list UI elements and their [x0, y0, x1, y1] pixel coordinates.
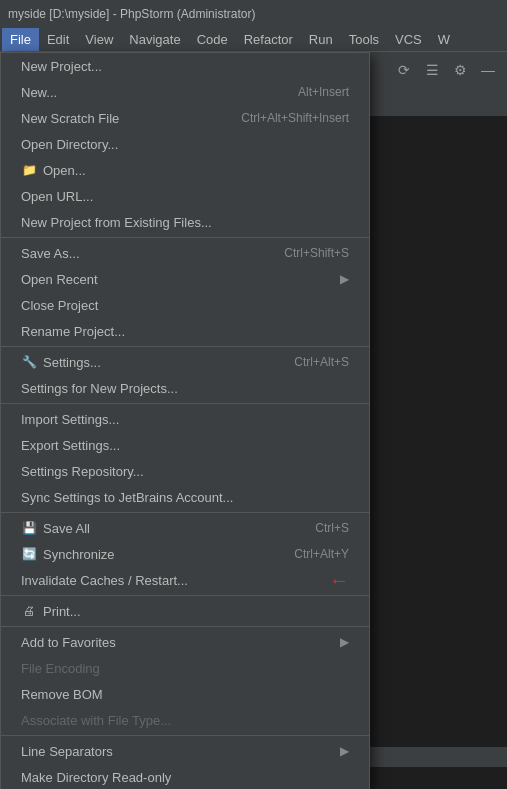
menu-item-open-dir[interactable]: Open Directory... [1, 131, 369, 157]
menu-item-label-export-settings: Export Settings... [21, 438, 120, 453]
menu-item-arrow-open-recent: ▶ [340, 272, 349, 286]
menu-item-save-as[interactable]: Save As...Ctrl+Shift+S [1, 240, 369, 266]
menu-item-label-new-project: New Project... [21, 59, 102, 74]
menu-item-icon-synchronize: 🔄 [21, 547, 37, 561]
menu-bar-item-view[interactable]: View [77, 28, 121, 51]
menu-item-sync-settings[interactable]: Sync Settings to JetBrains Account... [1, 484, 369, 510]
menu-item-open[interactable]: 📁Open... [1, 157, 369, 183]
menu-separator [1, 512, 369, 513]
menu-item-shortcut-new: Alt+Insert [298, 85, 349, 99]
menu-separator [1, 237, 369, 238]
menu-item-icon-settings: 🔧 [21, 355, 37, 369]
menu-item-associate-file-type: Associate with File Type... [1, 707, 369, 733]
menu-item-save-all[interactable]: 💾Save AllCtrl+S [1, 515, 369, 541]
toolbar-icon-minimize[interactable]: — [477, 59, 499, 81]
menu-item-label-invalidate-caches: Invalidate Caches / Restart... [21, 573, 188, 588]
menu-item-label-save-as: Save As... [21, 246, 80, 261]
menu-item-remove-bom[interactable]: Remove BOM [1, 681, 369, 707]
menu-item-import-settings[interactable]: Import Settings... [1, 406, 369, 432]
menu-item-label-open-dir: Open Directory... [21, 137, 118, 152]
menu-separator [1, 403, 369, 404]
menu-item-label-remove-bom: Remove BOM [21, 687, 103, 702]
menu-separator [1, 595, 369, 596]
menu-item-shortcut-save-as: Ctrl+Shift+S [284, 246, 349, 260]
toolbar-icon-refresh[interactable]: ⟳ [393, 59, 415, 81]
toolbar-icon-list[interactable]: ☰ [421, 59, 443, 81]
menu-bar-item-w[interactable]: W [430, 28, 458, 51]
menu-bar-item-navigate[interactable]: Navigate [121, 28, 188, 51]
menu-item-new[interactable]: New...Alt+Insert [1, 79, 369, 105]
menu-bar-item-edit[interactable]: Edit [39, 28, 77, 51]
menu-item-label-new-from-existing: New Project from Existing Files... [21, 215, 212, 230]
menu-item-settings-new-projects[interactable]: Settings for New Projects... [1, 375, 369, 401]
menu-item-label-import-settings: Import Settings... [21, 412, 119, 427]
menu-item-new-scratch[interactable]: New Scratch FileCtrl+Alt+Shift+Insert [1, 105, 369, 131]
menu-item-label-open: 📁Open... [21, 163, 86, 178]
menu-item-label-rename-project: Rename Project... [21, 324, 125, 339]
menu-bar-item-refactor[interactable]: Refactor [236, 28, 301, 51]
menu-item-label-save-all: 💾Save All [21, 521, 90, 536]
menu-item-print[interactable]: 🖨Print... [1, 598, 369, 624]
menu-bar: FileEditViewNavigateCodeRefactorRunTools… [0, 28, 507, 52]
menu-item-icon-print: 🖨 [21, 604, 37, 618]
menu-item-new-from-existing[interactable]: New Project from Existing Files... [1, 209, 369, 235]
menu-item-settings[interactable]: 🔧Settings...Ctrl+Alt+S [1, 349, 369, 375]
menu-item-shortcut-save-all: Ctrl+S [315, 521, 349, 535]
red-arrow-indicator: ← [329, 569, 349, 592]
menu-item-icon-save-all: 💾 [21, 521, 37, 535]
toolbar-icon-settings[interactable]: ⚙ [449, 59, 471, 81]
menu-item-file-encoding: File Encoding [1, 655, 369, 681]
menu-item-invalidate-caches[interactable]: Invalidate Caches / Restart...← [1, 567, 369, 593]
menu-item-export-settings[interactable]: Export Settings... [1, 432, 369, 458]
menu-bar-item-file[interactable]: File [2, 28, 39, 51]
menu-bar-item-tools[interactable]: Tools [341, 28, 387, 51]
menu-item-synchronize[interactable]: 🔄SynchronizeCtrl+Alt+Y [1, 541, 369, 567]
menu-item-shortcut-new-scratch: Ctrl+Alt+Shift+Insert [241, 111, 349, 125]
menu-item-label-associate-file-type: Associate with File Type... [21, 713, 171, 728]
menu-item-label-add-to-favorites: Add to Favorites [21, 635, 116, 650]
menu-item-label-open-url: Open URL... [21, 189, 93, 204]
file-dropdown-menu: New Project...New...Alt+InsertNew Scratc… [0, 52, 370, 789]
menu-item-label-settings: 🔧Settings... [21, 355, 101, 370]
menu-item-line-separators[interactable]: Line Separators▶ [1, 738, 369, 764]
menu-item-make-dir-readonly[interactable]: Make Directory Read-only [1, 764, 369, 789]
menu-separator [1, 735, 369, 736]
menu-item-new-project[interactable]: New Project... [1, 53, 369, 79]
menu-bar-item-run[interactable]: Run [301, 28, 341, 51]
menu-item-arrow-add-to-favorites: ▶ [340, 635, 349, 649]
menu-item-rename-project[interactable]: Rename Project... [1, 318, 369, 344]
menu-item-label-sync-settings: Sync Settings to JetBrains Account... [21, 490, 233, 505]
menu-item-add-to-favorites[interactable]: Add to Favorites▶ [1, 629, 369, 655]
menu-item-label-new: New... [21, 85, 57, 100]
menu-item-label-synchronize: 🔄Synchronize [21, 547, 115, 562]
menu-item-close-project[interactable]: Close Project [1, 292, 369, 318]
menu-item-shortcut-settings: Ctrl+Alt+S [294, 355, 349, 369]
menu-item-label-make-dir-readonly: Make Directory Read-only [21, 770, 171, 785]
menu-item-arrow-line-separators: ▶ [340, 744, 349, 758]
menu-item-label-print: 🖨Print... [21, 604, 81, 619]
menu-bar-item-code[interactable]: Code [189, 28, 236, 51]
menu-item-label-settings-new-projects: Settings for New Projects... [21, 381, 178, 396]
menu-bar-item-vcs[interactable]: VCS [387, 28, 430, 51]
menu-item-icon-open: 📁 [21, 163, 37, 177]
menu-item-label-line-separators: Line Separators [21, 744, 113, 759]
menu-item-shortcut-synchronize: Ctrl+Alt+Y [294, 547, 349, 561]
menu-item-label-settings-repository: Settings Repository... [21, 464, 144, 479]
menu-separator [1, 626, 369, 627]
menu-item-label-file-encoding: File Encoding [21, 661, 100, 676]
menu-item-label-open-recent: Open Recent [21, 272, 98, 287]
menu-item-open-url[interactable]: Open URL... [1, 183, 369, 209]
menu-item-label-close-project: Close Project [21, 298, 98, 313]
menu-item-open-recent[interactable]: Open Recent▶ [1, 266, 369, 292]
menu-separator [1, 346, 369, 347]
title-text: myside [D:\myside] - PhpStorm (Administr… [8, 7, 255, 21]
menu-item-settings-repository[interactable]: Settings Repository... [1, 458, 369, 484]
title-bar: myside [D:\myside] - PhpStorm (Administr… [0, 0, 507, 28]
menu-item-label-new-scratch: New Scratch File [21, 111, 119, 126]
